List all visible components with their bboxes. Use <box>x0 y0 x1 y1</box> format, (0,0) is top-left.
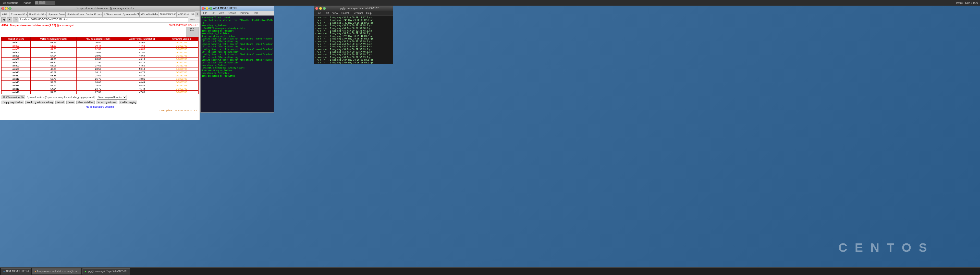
show-variables-button[interactable]: Show Variables <box>76 101 95 104</box>
star-icon[interactable]: ☆ <box>197 18 199 21</box>
midas-titlebar: AIDA MIDAS HTTPd <box>200 6 274 11</box>
cell-fw: 0x3350706 <box>164 77 199 81</box>
tab-aida[interactable]: AIDA × <box>0 11 9 17</box>
midas-min-btn[interactable] <box>205 7 208 10</box>
terminal-line: -rw-r--r--. 1 npg npg 45K May 30 09:57 M… <box>315 51 392 54</box>
tab-led[interactable]: LED and Wavefor... × <box>103 11 121 17</box>
cell-asic: 44.44 <box>120 81 164 84</box>
send-log-button[interactable]: Send Log Window to fLog <box>25 101 54 104</box>
reload-button-sys[interactable]: Reload <box>56 101 65 104</box>
terminal-content: -rw-r--r--. 1 npg npg 45K May 29 18:18 M… <box>314 16 393 64</box>
taskbar-top-right: Firefox Sun 14:00 <box>953 1 980 4</box>
taskbar-terminal-app[interactable]: ● npg@carme-gsi:/TapeData/G22-201 <box>83 269 130 275</box>
tab-whiterabbit[interactable]: GSI White Rabbit ... × <box>140 11 158 17</box>
cell-system: aida04 <box>2 51 30 54</box>
midas-menu-edit[interactable]: Edit <box>209 11 217 15</box>
enable-logging-button[interactable]: Enable Logging <box>119 101 137 104</box>
midas-menu-search[interactable]: Search <box>226 11 238 15</box>
cell-fw: 0x3350706 <box>164 51 199 54</box>
cell-psu: 28.00 <box>76 58 120 61</box>
tab-asic[interactable]: ASIC Control @ c... × <box>177 11 195 17</box>
places-menu[interactable]: Places <box>21 1 33 5</box>
term-menu-edit[interactable]: Edit <box>323 11 330 15</box>
taskbar-midas-app[interactable]: ● AIDA MIDAS HTTPd <box>1 269 31 275</box>
midas-menu-help[interactable]: Help <box>251 11 259 15</box>
tab-spectrum[interactable]: Spectrum Browsin... × <box>47 11 65 17</box>
tab-run-ctrl[interactable]: Run Control @ car... × <box>27 11 47 17</box>
cell-virtex: 54.56 <box>30 91 76 94</box>
close-button[interactable] <box>1 7 4 10</box>
cell-virtex: 61.44 <box>30 61 76 64</box>
tab-exp-ctrl[interactable]: Experiment Contr... × <box>9 11 27 17</box>
tab-temperature[interactable]: Temperature and... × <box>158 11 177 17</box>
cell-fw: 0x3350706 <box>164 44 199 47</box>
tab-statistics[interactable]: Statistics @ carm... × <box>65 11 84 17</box>
term-menu-help[interactable]: Help <box>365 11 373 15</box>
table-row: aida01 61.75 30.50 44.62 0x3350706 <box>2 41 199 44</box>
cell-psu: 27.50 <box>76 61 120 64</box>
cell-system: aida00 <box>2 64 30 68</box>
col-header-asic: ASIC Temperature(55C) <box>120 37 164 41</box>
midas-menu-file[interactable]: File <box>202 11 209 15</box>
tab-control[interactable]: Control @ carme-... × <box>84 11 103 17</box>
terminal-max-btn[interactable] <box>323 7 326 10</box>
cell-psu: 30.44 <box>76 44 120 47</box>
midas-line: lf": no such file or directory" <box>202 56 273 59</box>
term-menu-terminal[interactable]: Terminal <box>352 11 364 15</box>
midas-line: ::MASTERTS namespace already exists <box>202 27 273 30</box>
function-select[interactable]: Select required function <box>97 95 127 100</box>
status-icons-area <box>35 1 55 5</box>
cell-fw: 0x3350706 <box>164 68 199 71</box>
taskbar-temp-app[interactable]: ● Temperature and status scan @ car... <box>32 269 81 275</box>
cell-system: aida09 <box>2 68 30 71</box>
term-menu-view[interactable]: View <box>331 11 339 15</box>
term-menu-search[interactable]: Search <box>340 11 351 15</box>
tab-syswide[interactable]: System wide Che... × <box>121 11 139 17</box>
cell-fw: 0x3350706 <box>164 54 199 58</box>
midas-menu-terminal[interactable]: Terminal <box>238 11 251 15</box>
cell-virtex: 59.69 <box>30 81 76 84</box>
midas-close-btn[interactable] <box>202 7 205 10</box>
midas-menu-view[interactable]: View <box>217 11 226 15</box>
table-row: aida00 58.06 27.62 44.50 0x3350706 <box>2 64 199 68</box>
forward-button[interactable]: ▶ <box>7 17 12 22</box>
cell-system: aida05 <box>2 54 30 58</box>
plot-temp-button[interactable]: Plot Temperature file <box>2 95 25 99</box>
terminal-titlebar: npg@carme-gsi:/TapeData/G22-201 <box>314 6 393 11</box>
address-bar[interactable] <box>19 17 188 22</box>
empty-log-button[interactable]: Empty Log Window <box>2 101 24 104</box>
show-log-button[interactable]: Show Log Window <box>96 101 118 104</box>
applications-menu[interactable]: Applications <box>1 1 20 5</box>
system-functions-label: System functions (Expert users only for … <box>27 96 95 98</box>
reset-button[interactable]: Reset <box>66 101 75 104</box>
maximize-button[interactable] <box>8 7 11 10</box>
back-button[interactable]: ◀ <box>1 17 6 22</box>
reload-button[interactable]: ↻ <box>13 17 18 22</box>
cell-asic: 44.75 <box>120 71 164 74</box>
cell-fw: 0x3350706 <box>164 41 199 44</box>
icon-3 <box>42 1 45 4</box>
terminal-close-btn[interactable] <box>315 7 318 10</box>
cell-virtex: 44.00 <box>30 58 76 61</box>
midas-line: loading Spectrum.tcl > can not find chan… <box>202 48 273 51</box>
cell-system: aida10 <box>2 71 30 74</box>
table-row: aida06 44.00 28.00 46.19 0x3350706 <box>2 58 199 61</box>
midas-max-btn[interactable] <box>209 7 212 10</box>
cell-psu: 28.44 <box>76 84 120 87</box>
midas-line: done executing do_PostSetup <box>202 35 273 38</box>
taskbar-bottom: ● AIDA MIDAS HTTPd ● Temperature and sta… <box>0 267 980 275</box>
col-header-fw: Firmware version <box>164 37 199 41</box>
terminal-line: -rw-r--r--. 1 npg npg 45K May 30 09:57 M… <box>315 56 392 59</box>
terminal-line: -rw-r--r--. 1 npg npg 45K May 30 09:33 M… <box>315 30 392 32</box>
cell-psu: 27.62 <box>76 64 120 68</box>
cell-asic: 43.38 <box>120 47 164 51</box>
midas-line: executing do_PostSetup <box>202 32 273 35</box>
cell-virtex: 64.38 <box>30 47 76 51</box>
cell-psu: 28.06 <box>76 81 120 84</box>
minimize-button[interactable] <box>5 7 8 10</box>
terminal-min-btn[interactable] <box>319 7 322 10</box>
new-tab-button[interactable]: + <box>196 12 200 16</box>
term-menu-file[interactable]: File <box>315 11 322 15</box>
midas-line: done executing do_PreReset <box>202 30 273 32</box>
midas-line: lf": no such file or directory" <box>202 51 273 54</box>
